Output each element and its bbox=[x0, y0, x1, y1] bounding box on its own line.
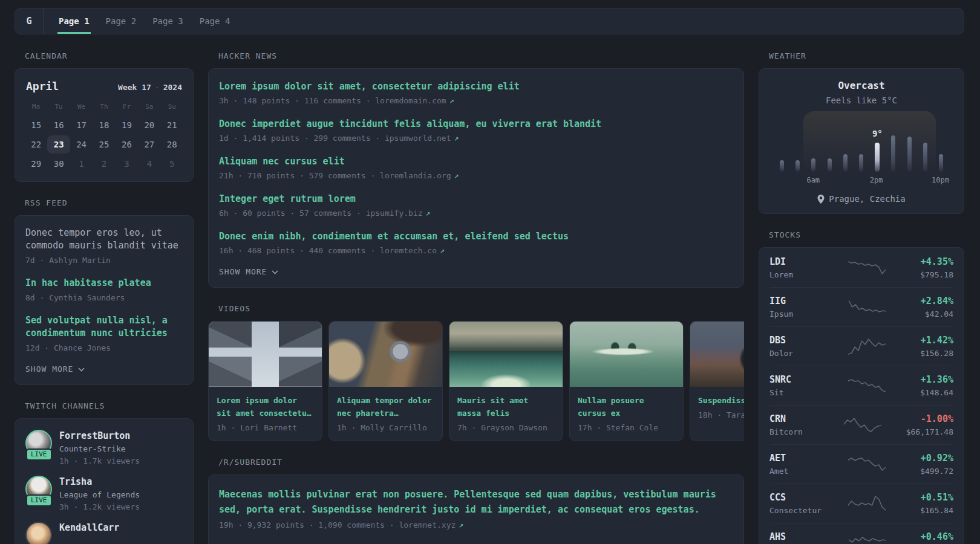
stock-sparkline bbox=[849, 533, 886, 544]
weather-hour-column: 9° bbox=[806, 158, 822, 172]
twitch-widget: TWITCH CHANNELS LIVE ForrestBurton bbox=[15, 401, 194, 544]
stock-row[interactable]: CCS Consectetur +0.51% $165.84 bbox=[769, 484, 953, 523]
video-card[interactable]: Suspendisse diam 18h · Tara bbox=[690, 321, 744, 441]
page-tab[interactable]: Page 3 bbox=[151, 8, 185, 34]
weather-hour-column: 9° bbox=[886, 135, 901, 172]
stock-values: +4.35% $795.18 bbox=[920, 256, 953, 279]
subreddit-widget: /R/SUBREDDIT Maecenas mollis pulvinar er… bbox=[208, 458, 744, 544]
rss-item-title[interactable]: Donec tempor eros leo, ut commodo mauris… bbox=[25, 227, 183, 252]
video-card[interactable]: Lorem ipsum dolor sit amet consectetu… 1… bbox=[208, 321, 322, 441]
stock-row[interactable]: LDI Lorem +4.35% $795.18 bbox=[769, 248, 953, 287]
avatar: LIVE bbox=[25, 430, 52, 456]
stock-ticker: LDI bbox=[769, 256, 831, 267]
video-card[interactable]: Mauris sit amet massa felis 7h · Grayson… bbox=[449, 321, 563, 441]
stock-row[interactable]: AET Amet +0.92% $499.72 bbox=[769, 444, 953, 484]
stocks-card: LDI Lorem +4.35% $795.18 IIG Ips bbox=[759, 247, 964, 544]
stock-row[interactable]: SNRC Sit +1.36% $148.64 bbox=[769, 366, 953, 405]
calendar-day: 22 bbox=[25, 135, 47, 154]
stock-sparkline bbox=[849, 297, 886, 317]
weather-feels-like: Feels like 5°C bbox=[769, 96, 954, 105]
calendar-weekday: Su bbox=[161, 100, 183, 116]
hackernews-item-title[interactable]: Donec imperdiet augue tincidunt felis al… bbox=[219, 118, 733, 129]
page-tab[interactable]: Page 2 bbox=[105, 8, 138, 34]
hackernews-item-meta: 16h · 468 points · 440 comments · loremt… bbox=[219, 246, 733, 255]
weather-hour-column: 9° bbox=[854, 154, 869, 172]
channel-info: ForrestBurton Counter-Strike 1h · 1.7k v… bbox=[59, 430, 140, 465]
stock-values: +1.42% $156.28 bbox=[920, 335, 953, 358]
rss-item: In hac habitasse platea 8d · Cynthia Sau… bbox=[25, 277, 183, 302]
external-link-icon[interactable]: ↗ bbox=[454, 171, 459, 180]
stock-ticker: DBS bbox=[769, 335, 831, 346]
rss-item-title[interactable]: Sed volutpat nulla nisl, a condimentum n… bbox=[25, 314, 183, 340]
external-link-icon[interactable]: ↗ bbox=[449, 96, 454, 105]
calendar-day: 21 bbox=[161, 116, 183, 134]
rss-item: Donec tempor eros leo, ut commodo mauris… bbox=[25, 227, 183, 265]
stock-identity: SNRC Sit bbox=[769, 374, 831, 397]
chevron-down-icon bbox=[78, 368, 85, 372]
external-link-icon[interactable]: ↗ bbox=[454, 134, 459, 143]
stock-change: +1.36% bbox=[920, 374, 953, 385]
stock-row[interactable]: AHS +0.46% bbox=[769, 523, 953, 544]
calendar-day: 15 bbox=[25, 116, 47, 134]
twitch-channel-row[interactable]: LIVE ForrestBurton Counter-Strike 1h · 1… bbox=[25, 430, 183, 465]
external-link-icon[interactable]: ↗ bbox=[440, 246, 445, 255]
weather-hour-column: 9° bbox=[774, 160, 789, 172]
stock-identity: AET Amet bbox=[769, 453, 831, 476]
video-title: Aliquam tempor dolor nec pharetra… bbox=[337, 394, 434, 419]
calendar-weekday: Th bbox=[93, 100, 115, 116]
rss-show-more-button[interactable]: SHOW MORE bbox=[25, 364, 183, 374]
calendar-day: 20 bbox=[138, 116, 160, 134]
stocks-widget: STOCKS LDI Lorem +4.35% $795.18 bbox=[759, 230, 964, 544]
weather-time-labels: 6am2pm10pm bbox=[774, 176, 949, 184]
weather-condition: Overcast bbox=[769, 80, 954, 91]
stock-price: $66,171.48 bbox=[906, 427, 953, 436]
hackernews-item-title[interactable]: Lorem ipsum dolor sit amet, consectetur … bbox=[219, 81, 733, 92]
hackernews-show-more-button[interactable]: SHOW MORE bbox=[219, 267, 733, 276]
video-card[interactable]: Aliquam tempor dolor nec pharetra… 1h · … bbox=[328, 321, 443, 441]
dot-separator: · bbox=[155, 83, 160, 92]
stock-row[interactable]: IIG Ipsum +2.84% $42.04 bbox=[769, 287, 953, 326]
calendar-day-grid: 1516171819202122232425262728293012345 bbox=[25, 116, 183, 173]
hackernews-item: Integer eget rutrum lorem 6h · 60 points… bbox=[219, 193, 733, 218]
rss-item-meta: 12d · Chance Jones bbox=[25, 343, 183, 352]
calendar-weekday: Tu bbox=[47, 100, 70, 116]
calendar-day: 24 bbox=[70, 135, 93, 154]
hackernews-item-title[interactable]: Aliquam nec cursus elit bbox=[219, 156, 733, 167]
subreddit-card: Maecenas mollis pulvinar erat non posuer… bbox=[208, 474, 744, 544]
stock-row[interactable]: CRN Bitcorn -1.00% $66,171.48 bbox=[769, 405, 953, 444]
chevron-down-icon bbox=[272, 270, 278, 274]
page-tab[interactable]: Page 4 bbox=[198, 8, 232, 34]
stock-values: +1.36% $148.64 bbox=[920, 374, 953, 397]
hackernews-item: Aliquam nec cursus elit 21h · 710 points… bbox=[219, 156, 733, 180]
weather-bar bbox=[907, 137, 912, 172]
twitch-channel-row[interactable]: KendallCarr bbox=[25, 522, 183, 544]
video-thumbnail bbox=[690, 322, 744, 387]
hackernews-item-title[interactable]: Integer eget rutrum lorem bbox=[219, 193, 733, 204]
left-column: CALENDAR April Week 17·2024 MoTuWeThFrSa… bbox=[15, 51, 194, 544]
video-info: Suspendisse diam 18h · Tara bbox=[690, 387, 744, 428]
rss-item-title[interactable]: In hac habitasse platea bbox=[25, 277, 183, 290]
page-tab[interactable]: Page 1 bbox=[57, 8, 91, 34]
subreddit-post-title[interactable]: Maecenas mollis pulvinar erat non posuer… bbox=[219, 487, 733, 517]
header: G Page 1Page 2Page 3Page 4 bbox=[15, 8, 964, 34]
external-link-icon[interactable]: ↗ bbox=[459, 520, 463, 529]
calendar-card: April Week 17·2024 MoTuWeThFrSaSu 151617… bbox=[15, 68, 194, 182]
avatar bbox=[25, 522, 52, 544]
twitch-channel-row[interactable]: LIVE Trisha League of Legends 3h · 1.2k … bbox=[25, 476, 183, 511]
hackernews-card: Lorem ipsum dolor sit amet, consectetur … bbox=[208, 68, 744, 288]
calendar-month: April bbox=[26, 80, 59, 92]
channel-name: Trisha bbox=[59, 476, 140, 487]
videos-section-title: VIDEOS bbox=[218, 304, 744, 313]
app-logo[interactable]: G bbox=[15, 8, 44, 34]
hackernews-item-title[interactable]: Donec enim nibh, condimentum et accumsan… bbox=[219, 231, 733, 242]
external-link-icon[interactable]: ↗ bbox=[426, 209, 431, 218]
calendar-day: 3 bbox=[116, 155, 138, 173]
weather-card: Overcast Feels like 5°C 9° 9° bbox=[759, 68, 964, 214]
rss-widget: RSS FEED Donec tempor eros leo, ut commo… bbox=[15, 198, 194, 385]
video-card[interactable]: Nullam posuere cursus ex 17h · Stefan Co… bbox=[569, 321, 684, 441]
stock-price: $165.84 bbox=[920, 506, 953, 515]
live-badge: LIVE bbox=[26, 448, 52, 461]
hackernews-item-meta: 21h · 710 points · 579 comments · loreml… bbox=[219, 171, 733, 180]
stock-row[interactable]: DBS Dolor +1.42% $156.28 bbox=[769, 326, 953, 366]
video-thumbnail bbox=[209, 322, 322, 387]
